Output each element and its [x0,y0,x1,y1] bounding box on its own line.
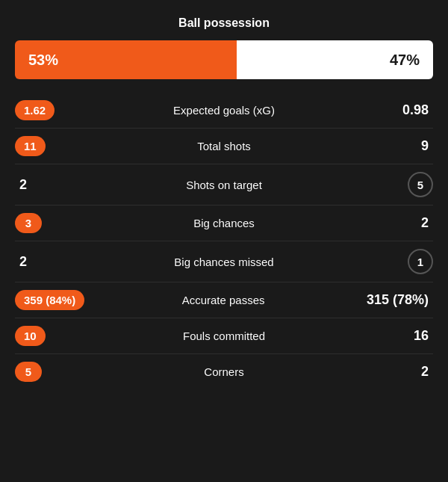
stat-left-value: 11 [15,136,82,156]
right-plain-value: 2 [417,215,433,231]
stat-left-value: 2 [15,254,82,270]
left-badge: 11 [15,136,46,156]
possession-bar: 53% 47% [15,40,433,79]
stat-label: Expected goals (xG) [82,104,366,117]
stat-right-value: 0.98 [366,102,433,118]
left-plain-value: 2 [15,254,31,270]
right-plain-value: 0.98 [398,102,433,118]
stat-label: Big chances [82,217,366,229]
left-badge: 10 [15,326,46,346]
stat-label: Big chances missed [82,256,366,268]
stat-row: 2Big chances missed1 [15,241,433,282]
section-title: Ball possession [15,7,433,40]
stat-left-value: 10 [15,326,82,346]
possession-right-value: 47% [390,52,420,69]
stat-right-value: 9 [366,138,433,154]
possession-right: 47% [237,40,433,79]
right-plain-value: 2 [417,364,433,380]
right-plain-value: 9 [417,138,433,154]
stat-left-value: 2 [15,177,82,193]
right-outline-badge: 5 [408,172,433,197]
left-badge: 3 [15,213,42,233]
stat-right-value: 1 [366,249,433,274]
stat-label: Accurate passes [84,294,362,306]
stat-right-value: 5 [366,172,433,197]
stats-container: 1.62Expected goals (xG)0.9811Total shots… [15,93,433,389]
left-badge: 1.62 [15,100,55,120]
stat-label: Shots on target [82,179,366,191]
right-outline-badge: 1 [408,249,433,274]
possession-left-value: 53% [28,52,58,69]
stat-row: 2Shots on target5 [15,164,433,206]
stat-right-value: 16 [366,328,433,344]
stat-row: 3Big chances2 [15,206,433,241]
stat-row: 10Fouls committed16 [15,318,433,354]
stat-left-value: 359 (84%) [15,290,84,310]
stat-label: Fouls committed [82,330,366,342]
stat-right-value: 2 [366,215,433,231]
stat-left-value: 5 [15,362,82,382]
stat-row: 359 (84%)Accurate passes315 (78%) [15,282,433,318]
right-plain-value: 315 (78%) [362,292,433,308]
stat-label: Corners [82,365,366,378]
possession-left: 53% [15,40,237,79]
stat-left-value: 1.62 [15,100,82,120]
left-plain-value: 2 [15,177,31,193]
stat-row: 11Total shots9 [15,129,433,164]
stat-right-value: 315 (78%) [362,292,433,308]
stat-row: 1.62Expected goals (xG)0.98 [15,93,433,129]
left-badge: 359 (84%) [15,290,84,310]
right-plain-value: 16 [409,328,433,344]
stat-label: Total shots [82,140,366,152]
stat-row: 5Corners2 [15,354,433,389]
stat-right-value: 2 [366,364,433,380]
stat-left-value: 3 [15,213,82,233]
left-badge: 5 [15,362,42,382]
